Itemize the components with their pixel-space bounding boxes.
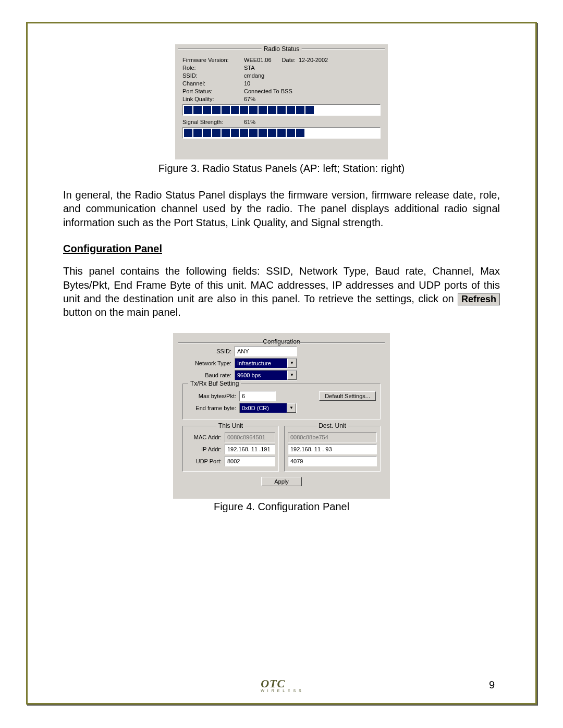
label-ip: IP Addr:	[186, 446, 222, 452]
row-channel: Channel: 10	[182, 80, 381, 87]
chevron-down-icon: ▼	[287, 371, 297, 380]
label-firmware: Firmware Version:	[182, 57, 244, 63]
bar-segment	[240, 106, 248, 114]
group-dest-unit: Dest. Unit 0080c88be754 192.168. 11 . 93…	[284, 426, 381, 472]
bar-segment	[212, 106, 221, 114]
input-dest-mac: 0080c88be754	[288, 432, 377, 442]
para2-part-a: This panel contains the following fields…	[63, 265, 500, 304]
bar-segment	[259, 129, 267, 137]
label-udp: UDP Port:	[186, 458, 222, 464]
value-this-mac: 0080c8964501	[227, 434, 265, 440]
bar-segment	[371, 129, 379, 137]
paragraph-radio-status: In general, the Radio Status Panel displ…	[63, 188, 500, 229]
bar-segment	[212, 129, 221, 137]
group-this-unit: This Unit MAC Addr: 0080c8964501 IP Addr…	[182, 426, 279, 472]
combo-endframe[interactable]: 0x0D (CR) ▼	[239, 403, 297, 413]
para2-part-b: button on the main panel.	[63, 306, 181, 318]
label-endframe: End frame byte:	[187, 405, 239, 411]
value-date: 12-20-2002	[299, 57, 328, 63]
bar-segment	[334, 106, 342, 114]
value-dest-udp: 4079	[290, 458, 303, 464]
value-cfg-ssid: ANY	[237, 348, 249, 354]
value-maxbytes: 6	[242, 393, 245, 399]
bar-segment	[231, 129, 239, 137]
figure4-caption: Figure 4. Configuration Panel	[63, 501, 500, 513]
radio-status-panel: Radio Status Firmware Version: WEE01.06 …	[175, 44, 388, 159]
label-cfg-ssid: SSID:	[182, 348, 235, 354]
label-channel: Channel:	[182, 80, 244, 87]
bar-segment	[296, 106, 304, 114]
signal-strength-bar	[182, 127, 381, 139]
label-lq: Link Quality:	[182, 96, 244, 102]
row-role: Role: STA	[182, 65, 381, 71]
bar-segment	[324, 129, 333, 137]
bar-segment	[305, 106, 314, 114]
logo-subtext: W I R E L E S S	[261, 689, 302, 693]
bar-segment	[203, 106, 211, 114]
default-settings-button[interactable]: Default Settings...	[319, 391, 376, 401]
input-this-udp[interactable]: 8002	[225, 456, 275, 466]
bar-segment	[361, 106, 370, 114]
bar-segment	[240, 129, 248, 137]
bar-segment	[184, 106, 192, 114]
bar-segment	[342, 129, 351, 137]
legend-this-unit: This Unit	[216, 422, 245, 429]
logo: OTC W I R E L E S S	[261, 677, 302, 693]
bar-segment	[277, 129, 286, 137]
bar-segment	[193, 129, 202, 137]
value-this-udp: 8002	[227, 458, 240, 464]
row-linkquality: Link Quality: 67%	[182, 96, 381, 102]
bar-segment	[287, 129, 295, 137]
configuration-panel: Configuration SSID: ANY Network Type: In…	[173, 333, 390, 499]
config-legend: Configuration	[261, 338, 302, 346]
combo-baud-rate[interactable]: 9600 bps ▼	[235, 370, 297, 380]
combo-network-type[interactable]: Infrastructure ▼	[235, 358, 297, 368]
label-nettype: Network Type:	[182, 360, 235, 366]
bar-segment	[231, 106, 239, 114]
bar-segment	[352, 129, 360, 137]
group-txrx: Tx/Rx Buf Setting Max bytes/Pkt: 6 Defau…	[182, 384, 381, 419]
label-baud: Baud rate:	[182, 372, 235, 378]
bar-segment	[203, 129, 211, 137]
row-ssid: SSID: cmdang	[182, 72, 381, 79]
input-this-ip[interactable]: 192.168. 11 .191	[225, 444, 275, 454]
value-channel: 10	[244, 80, 381, 87]
label-role: Role:	[182, 65, 244, 71]
row-firmware: Firmware Version: WEE01.06 Date: 12-20-2…	[182, 57, 381, 63]
page-footer: OTC W I R E L E S S 9	[28, 677, 535, 693]
refresh-button-inline[interactable]: Refresh	[458, 293, 500, 305]
label-maxbytes: Max bytes/Pkt:	[187, 393, 239, 399]
input-dest-udp[interactable]: 4079	[288, 456, 377, 466]
input-maxbytes[interactable]: 6	[239, 391, 276, 401]
bar-segment	[324, 106, 333, 114]
bar-segment	[296, 129, 304, 137]
bar-segment	[222, 106, 230, 114]
bar-segment	[268, 129, 276, 137]
value-baud: 9600 bps	[237, 372, 261, 378]
input-this-mac: 0080c8964501	[225, 432, 275, 442]
bar-segment	[305, 129, 314, 137]
bar-segment	[334, 129, 342, 137]
bar-segment	[193, 106, 202, 114]
bar-segment	[371, 106, 379, 114]
label-mac: MAC Addr:	[186, 434, 222, 440]
value-ssid: cmdang	[244, 72, 381, 79]
bar-segment	[259, 106, 267, 114]
radio-status-legend: Radio Status	[262, 45, 302, 53]
figure3-caption: Figure 3. Radio Status Panels (AP: left;…	[63, 163, 500, 175]
value-this-ip: 192.168. 11 .191	[227, 446, 271, 452]
apply-button[interactable]: Apply	[261, 477, 302, 486]
chevron-down-icon: ▼	[287, 359, 297, 368]
value-endframe: 0x0D (CR)	[242, 405, 269, 411]
bar-segment	[277, 106, 286, 114]
value-role: STA	[244, 65, 381, 71]
input-ssid[interactable]: ANY	[235, 346, 297, 356]
label-ssid: SSID:	[182, 72, 244, 79]
value-dest-ip: 192.168. 11 . 93	[290, 446, 332, 452]
bar-segment	[287, 106, 295, 114]
paragraph-config: This panel contains the following fields…	[63, 264, 500, 319]
bar-segment	[342, 106, 351, 114]
input-dest-ip[interactable]: 192.168. 11 . 93	[288, 444, 377, 454]
bar-segment	[249, 106, 258, 114]
chevron-down-icon: ▼	[287, 403, 296, 413]
